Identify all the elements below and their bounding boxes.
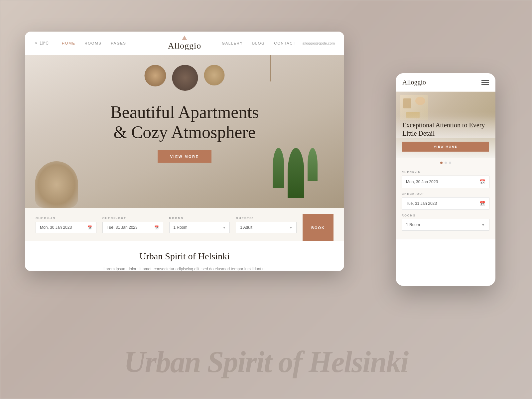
dot-2[interactable]: [445, 162, 447, 164]
mobile-nav: Alloggio: [396, 73, 495, 92]
mobile-checkout-field: CHECK-OUT Tue, 31 Jan 2023 📅: [402, 192, 489, 210]
wall-circle-1: [145, 65, 166, 86]
mobile-calendar-icon-checkout: 📅: [479, 201, 485, 206]
mobile-checkout-label: CHECK-OUT: [402, 192, 489, 196]
nav-email: alloggio@qode.com: [303, 41, 335, 45]
mobile-checkin-field: CHECK-IN Mon, 30 Jan 2023 📅: [402, 171, 489, 188]
wicker-chair: [35, 161, 78, 208]
guests-label: GUESTS:: [236, 216, 297, 220]
weather-display: ☀ 10°C: [34, 41, 49, 46]
plant-decorations: [273, 148, 318, 198]
mobile-rooms-select[interactable]: 1 Room ▼: [402, 219, 489, 231]
mobile-rooms-field: ROOMS 1 Room ▼: [402, 214, 489, 231]
dot-1[interactable]: [440, 162, 443, 164]
calendar-icon-checkin: [87, 225, 92, 230]
guests-chevron: [290, 225, 292, 230]
checkin-label: CHECK-IN: [36, 216, 96, 220]
checkout-input[interactable]: Tue, 31 Jan 2023: [102, 222, 163, 233]
mobile-hero: Exceptional Attention to Every Little De…: [396, 92, 495, 158]
background-text: Urban Spirit of Helsinki: [0, 345, 532, 379]
content-text: Lorem ipsum dolor sit amet, consectetur …: [98, 266, 271, 271]
plant-2: [288, 148, 304, 198]
mobile-checkin-input[interactable]: Mon, 30 Jan 2023 📅: [402, 176, 489, 188]
hero-section: Beautiful Apartments & Cozy Atmosphere V…: [25, 55, 344, 208]
hamburger-menu[interactable]: [481, 80, 489, 85]
checkout-field: CHECK-OUT Tue, 31 Jan 2023: [102, 216, 163, 233]
book-button[interactable]: BOOK: [303, 214, 333, 241]
wall-art-decoration: [145, 65, 225, 91]
mobile-checkout-input[interactable]: Tue, 31 Jan 2023 📅: [402, 197, 489, 210]
booking-bar: CHECK-IN Mon, 30 Jan 2023 CHECK-OUT Tue,…: [25, 208, 344, 241]
sun-icon: ☀: [34, 41, 38, 46]
hero-cta-button[interactable]: VIEW MORE: [158, 150, 212, 163]
rope: [270, 55, 271, 81]
plant-1: [273, 148, 284, 188]
hamburger-line-1: [481, 80, 489, 81]
rooms-label: ROOMS: [169, 216, 230, 220]
mobile-booking-form: CHECK-IN Mon, 30 Jan 2023 📅 CHECK-OUT Tu…: [396, 166, 495, 239]
guests-select[interactable]: 1 Adult: [236, 222, 297, 233]
nav-gallery[interactable]: GALLERY: [222, 41, 243, 45]
plant-3: [308, 148, 318, 181]
content-title: Urban Spirit of Helsinki: [36, 251, 333, 262]
rooms-chevron: [223, 225, 225, 230]
mobile-hero-cta[interactable]: VIEW MORE: [402, 142, 489, 152]
desktop-mockup: ☀ 10°C HOME ROOMS PAGES Alloggio GALLERY…: [25, 32, 344, 271]
mobile-rooms-label: ROOMS: [402, 214, 489, 217]
mobile-logo: Alloggio: [402, 78, 426, 86]
hamburger-line-3: [481, 84, 489, 85]
desktop-content: Urban Spirit of Helsinki Lorem ipsum dol…: [25, 241, 344, 271]
nav-right-links: GALLERY BLOG CONTACT: [222, 41, 296, 45]
logo-text: Alloggio: [168, 41, 201, 51]
mobile-hero-title: Exceptional Attention to Every Little De…: [402, 121, 489, 138]
mobile-hero-content: Exceptional Attention to Every Little De…: [396, 116, 495, 158]
nav-rooms[interactable]: ROOMS: [84, 41, 101, 45]
mobile-rooms-chevron: ▼: [481, 222, 485, 227]
hero-title: Beautiful Apartments & Cozy Atmosphere: [105, 102, 264, 142]
checkout-label: CHECK-OUT: [102, 216, 163, 220]
carousel-dots: [396, 158, 495, 166]
checkin-field: CHECK-IN Mon, 30 Jan 2023: [36, 216, 96, 233]
checkin-input[interactable]: Mon, 30 Jan 2023: [36, 222, 96, 233]
desktop-logo: Alloggio: [168, 36, 201, 51]
hero-content: Beautiful Apartments & Cozy Atmosphere V…: [105, 102, 264, 163]
calendar-icon-checkout: [154, 225, 159, 230]
logo-triangle: [182, 36, 187, 40]
hamburger-line-2: [481, 82, 489, 83]
desktop-nav: ☀ 10°C HOME ROOMS PAGES Alloggio GALLERY…: [25, 32, 344, 55]
nav-pages[interactable]: PAGES: [111, 41, 126, 45]
wall-circle-2: [172, 65, 198, 91]
guests-field: GUESTS: 1 Adult: [236, 216, 297, 233]
dot-3[interactable]: [449, 162, 451, 164]
wall-circle-3: [204, 65, 225, 85]
rooms-field: ROOMS 1 Room: [169, 216, 230, 233]
nav-blog[interactable]: BLOG: [252, 41, 265, 45]
rooms-select[interactable]: 1 Room: [169, 222, 230, 233]
mobile-checkin-label: CHECK-IN: [402, 171, 489, 174]
nav-home[interactable]: HOME: [62, 41, 75, 45]
nav-contact[interactable]: CONTACT: [274, 41, 296, 45]
mobile-calendar-icon-checkin: 📅: [479, 179, 485, 185]
mobile-mockup: Alloggio Exceptional Attention to Every …: [396, 73, 495, 286]
